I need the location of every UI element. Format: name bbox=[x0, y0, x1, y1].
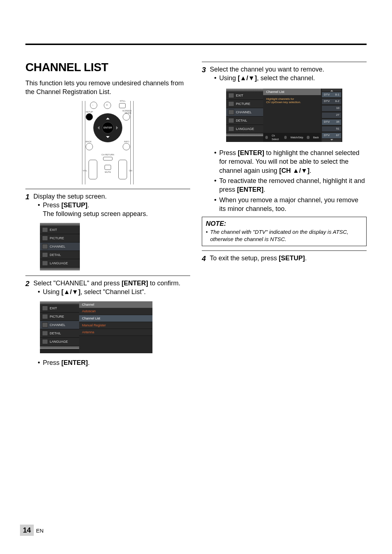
dpad: ENTER bbox=[93, 113, 122, 142]
top-rule bbox=[25, 44, 367, 45]
channel-icon bbox=[42, 244, 48, 249]
ch-label: CH bbox=[129, 169, 132, 172]
info-label: INFO bbox=[124, 140, 129, 143]
dpad-right-icon bbox=[116, 126, 120, 130]
note-body: The channel with "DTV" indicated on the … bbox=[206, 228, 363, 243]
still-button bbox=[119, 103, 126, 108]
step-2: 2 Select "CHANNEL" and press [ENTER] to … bbox=[25, 279, 190, 298]
watch-skip-icon bbox=[284, 136, 287, 139]
detail-icon bbox=[42, 252, 48, 257]
note-box: NOTE: The channel with "DTV" indicated o… bbox=[202, 217, 367, 246]
page-footer: 14 EN bbox=[20, 525, 44, 536]
setup-menu-item: EXIT bbox=[40, 226, 80, 234]
back-button bbox=[86, 143, 93, 150]
still-label: STILL bbox=[120, 99, 126, 102]
right-column: 3 Select the channel you want to remove.… bbox=[202, 60, 367, 368]
step1-bullet: Press [SETUP]. The following setup scree… bbox=[38, 201, 190, 219]
dpad-left-icon bbox=[96, 126, 99, 130]
dpad-up-icon bbox=[106, 116, 110, 119]
enter-button-label: ENTER bbox=[103, 126, 112, 129]
remote-figure: − 0 STILL SETUP SCREEN MODE ENTER bbox=[25, 101, 190, 184]
channel-menu-figure: EXIT PICTURE CHANNEL DETAIL LANGUAGE Cha… bbox=[40, 301, 190, 353]
mute-label: MUTE bbox=[105, 171, 111, 174]
scroll-down-icon bbox=[322, 139, 341, 142]
setup-menu-item: LANGUAGE bbox=[40, 259, 80, 268]
mute-button bbox=[105, 165, 111, 170]
info-button bbox=[123, 143, 130, 150]
note-title: NOTE: bbox=[206, 219, 363, 228]
setup-menu-item: PICTURE bbox=[40, 234, 80, 243]
step1-text: Display the setup screen. bbox=[33, 193, 107, 200]
page-lang: EN bbox=[36, 527, 44, 534]
step-4: 4 To exit the setup, press [SETUP]. bbox=[202, 254, 367, 264]
content-columns: CHANNEL LIST This function lets you remo… bbox=[25, 60, 367, 368]
chreturn-label: CH RETURN bbox=[101, 153, 114, 156]
step2-press-enter: Press [ENTER]. bbox=[38, 358, 190, 367]
step-number: 1 bbox=[25, 192, 33, 220]
setup-menu-item: CHANNEL bbox=[40, 243, 80, 251]
step2-bullet: Using [▲/▼], select "Channel List". bbox=[38, 288, 190, 296]
ch-rocker bbox=[118, 160, 127, 179]
vol-label: VOL. bbox=[83, 169, 88, 172]
page-number: 14 bbox=[20, 525, 34, 536]
step-1: 1 Display the setup screen. Press [SETUP… bbox=[25, 192, 190, 220]
back-label: BACK bbox=[86, 140, 91, 143]
language-icon bbox=[42, 261, 48, 266]
setup-menu-item: DETAIL bbox=[40, 251, 80, 259]
page-title: CHANNEL LIST bbox=[25, 60, 190, 75]
manual-page: CHANNEL LIST This function lets you remo… bbox=[0, 0, 392, 554]
dpad-down-icon bbox=[106, 136, 110, 140]
zero-label-text: 0 bbox=[106, 103, 107, 106]
back-icon bbox=[307, 136, 309, 139]
select-icon bbox=[265, 136, 268, 139]
left-column: CHANNEL LIST This function lets you remo… bbox=[25, 60, 190, 368]
vol-rocker bbox=[89, 160, 97, 179]
exit-icon bbox=[42, 227, 48, 232]
minus-button bbox=[90, 102, 97, 109]
minus-label-text: − bbox=[92, 103, 94, 106]
setup-label: SETUP bbox=[86, 110, 93, 113]
picture-icon bbox=[42, 236, 48, 241]
channel-list-figure: EXIT PICTURE CHANNEL DETAIL LANGUAGE Cha… bbox=[202, 89, 367, 142]
setup-menu-figure: EXIT PICTURE CHANNEL DETAIL LANGUAGE bbox=[40, 223, 190, 270]
chreturn-button bbox=[103, 157, 113, 160]
step-3: 3 Select the channel you want to remove.… bbox=[202, 65, 367, 84]
setup-button bbox=[86, 113, 93, 121]
remote-body: − 0 STILL SETUP SCREEN MODE ENTER bbox=[77, 101, 139, 184]
intro-text: This function lets you remove undesired … bbox=[25, 79, 190, 97]
scroll-up-icon bbox=[322, 89, 341, 91]
screenmode-button bbox=[123, 113, 130, 121]
